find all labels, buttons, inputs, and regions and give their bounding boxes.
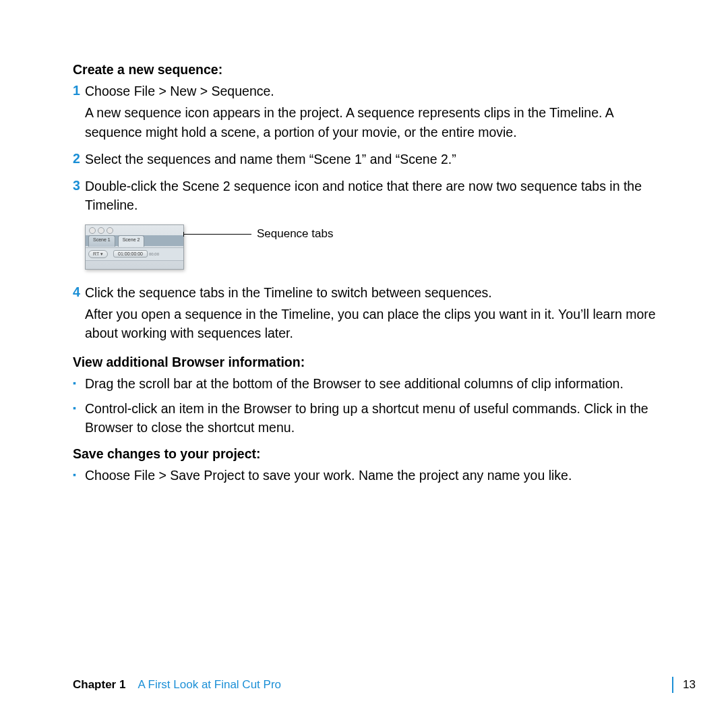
heading-create-sequence: Create a new sequence: [73,62,669,78]
bullet-text: Drag the scroll bar at the bottom of the… [85,374,669,393]
step-text: After you open a sequence in the Timelin… [85,305,669,343]
step-number: 3 [73,177,85,194]
footer-page-number: 13 [683,678,696,692]
page-footer: Chapter 1 A First Look at Final Cut Pro … [73,677,696,693]
step-number: 2 [73,150,85,167]
step-text: Click the sequence tabs in the Timeline … [85,283,669,302]
step-4: 4 Click the sequence tabs in the Timelin… [73,283,669,346]
step-3: 3 Double-click the Scene 2 sequence icon… [73,177,669,218]
step-number: 1 [73,82,85,99]
document-page: Create a new sequence: 1 Choose File > N… [0,0,728,728]
footer-chapter: Chapter 1 [73,678,125,692]
bullet-text: Choose File > Save Project to save your … [85,466,669,485]
bullet-item: ▪ Choose File > Save Project to save you… [73,466,669,485]
step-text: Choose File > New > Sequence. [85,82,669,100]
figure-caption: Sequence tabs [257,227,333,241]
bullet-square-icon: ▪ [73,466,85,484]
bullet-item: ▪ Drag the scroll bar at the bottom of t… [73,374,669,393]
callout-leader-line [184,234,251,235]
timeline-tab-scene-1: Scene 1 [88,235,115,247]
footer-divider [672,677,673,693]
heading-browser-info: View additional Browser information: [73,355,669,370]
step-1: 1 Choose File > New > Sequence. A new se… [73,82,669,144]
bullet-text: Control-click an item in the Browser to … [85,399,669,437]
figure-sequence-tabs: Scene 1 Scene 2 RT ▾ 01:00:00:00 00;00 S… [85,224,669,270]
timeline-tab-scene-2: Scene 2 [118,235,145,247]
bullet-list-save-project: ▪ Choose File > Save Project to save you… [73,466,669,485]
step-number: 4 [73,283,85,301]
timeline-tab-strip: Scene 1 Scene 2 [86,235,183,246]
bullet-list-browser-info: ▪ Drag the scroll bar at the bottom of t… [73,374,669,437]
ruler-start: 00;00 [149,252,159,256]
window-traffic-lights-icon [89,227,113,234]
timecode-field: 01:00:00:00 [113,250,148,257]
heading-save-project: Save changes to your project: [73,446,669,462]
timeline-window-screenshot: Scene 1 Scene 2 RT ▾ 01:00:00:00 00;00 [85,224,184,270]
ordered-list-create-sequence-cont: 4 Click the sequence tabs in the Timelin… [73,283,669,346]
bullet-item: ▪ Control-click an item in the Browser t… [73,399,669,437]
step-text: A new sequence icon appears in the proje… [85,103,669,142]
rt-popup: RT ▾ [88,250,108,258]
footer-title: A First Look at Final Cut Pro [138,678,281,692]
step-text: Select the sequences and name them “Scen… [85,150,669,169]
ordered-list-create-sequence: 1 Choose File > New > Sequence. A new se… [73,82,669,218]
step-text: Double-click the Scene 2 sequence icon a… [85,177,669,215]
bullet-square-icon: ▪ [73,374,85,392]
step-2: 2 Select the sequences and name them “Sc… [73,150,669,171]
bullet-square-icon: ▪ [73,399,85,417]
timeline-toolbar: RT ▾ 01:00:00:00 00;00 [86,247,183,261]
